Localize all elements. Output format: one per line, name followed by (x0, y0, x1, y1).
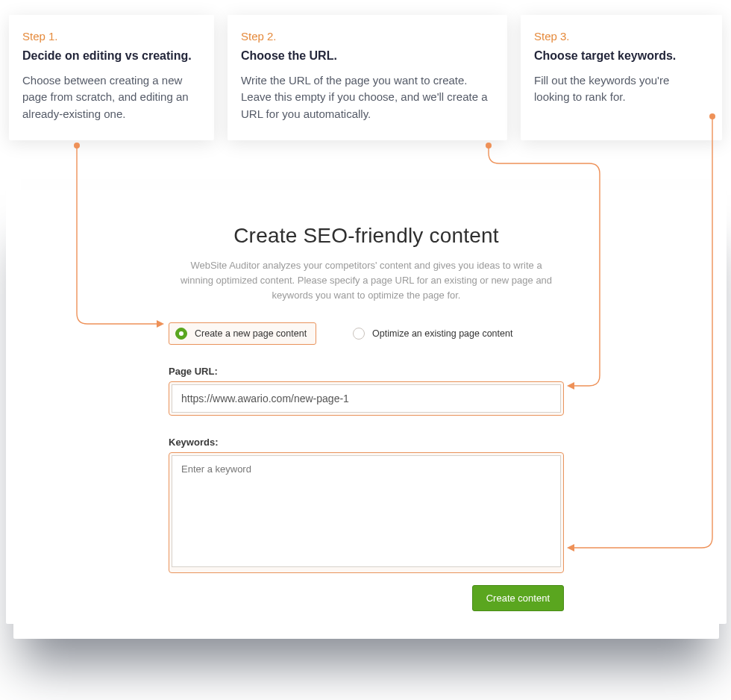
form: Create SEO-friendly content WebSite Audi… (169, 224, 564, 611)
steps-row: Step 1. Decide on editing vs creating. C… (0, 15, 731, 140)
create-content-button[interactable]: Create content (472, 585, 564, 611)
step-1-card: Step 1. Decide on editing vs creating. C… (9, 15, 214, 140)
radio-label: Create a new page content (195, 328, 307, 339)
step-body: Write the URL of the page you want to cr… (241, 72, 492, 123)
actions-row: Create content (169, 585, 564, 611)
step-body: Fill out the keywords you're looking to … (534, 72, 707, 106)
radio-create-new[interactable]: Create a new page content (169, 322, 316, 345)
keywords-input[interactable] (172, 455, 561, 567)
step-body: Choose between creating a new page from … (22, 72, 199, 123)
radio-dot-icon (175, 328, 187, 340)
create-content-panel: Create SEO-friendly content WebSite Audi… (6, 190, 727, 624)
step-2-card: Step 2. Choose the URL. Write the URL of… (228, 15, 507, 140)
panel-description: WebSite Auditor analyzes your competitor… (180, 258, 553, 303)
keywords-highlight (169, 452, 564, 573)
url-highlight (169, 381, 564, 416)
radio-optimize-existing[interactable]: Optimize an existing page content (346, 322, 522, 345)
step-number: Step 1. (22, 28, 199, 46)
svg-point-2 (486, 143, 492, 149)
page-url-input[interactable] (172, 384, 561, 413)
radio-dot-icon (353, 328, 365, 340)
step-title: Choose the URL. (241, 47, 492, 65)
step-number: Step 3. (534, 28, 707, 46)
step-title: Choose target keywords. (534, 47, 707, 65)
keywords-label: Keywords: (169, 437, 564, 448)
panel-heading: Create SEO-friendly content (169, 224, 564, 248)
svg-point-0 (74, 143, 80, 149)
step-number: Step 2. (241, 28, 492, 46)
step-title: Decide on editing vs creating. (22, 47, 199, 65)
radio-label: Optimize an existing page content (372, 328, 512, 339)
mode-radios: Create a new page content Optimize an ex… (169, 322, 564, 345)
url-label: Page URL: (169, 366, 564, 377)
step-3-card: Step 3. Choose target keywords. Fill out… (521, 15, 722, 140)
